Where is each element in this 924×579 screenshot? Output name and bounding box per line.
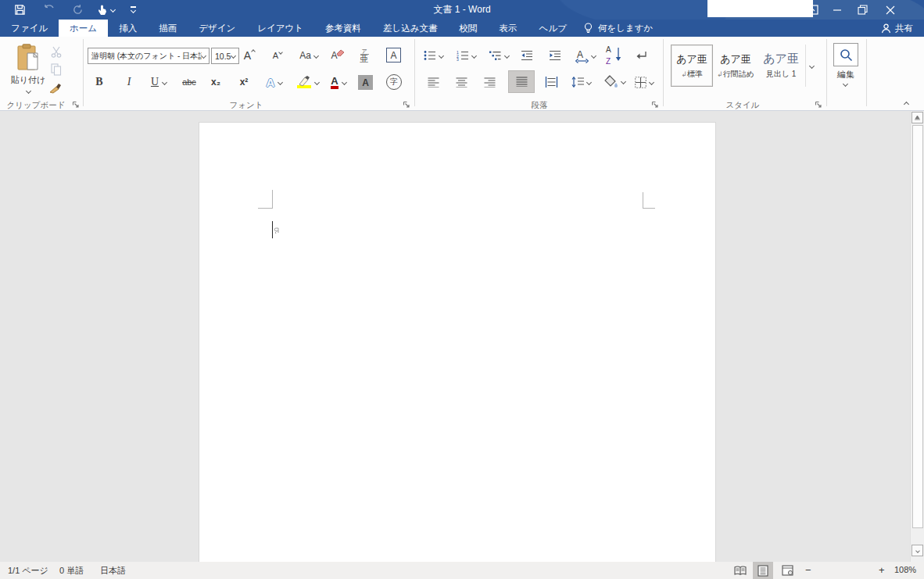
formatting-marks-button[interactable] xyxy=(632,47,650,64)
tab-insert[interactable]: 挿入 xyxy=(108,20,148,37)
multilevel-list-button[interactable] xyxy=(486,47,511,64)
clipboard-dialog-launcher[interactable] xyxy=(72,101,80,109)
tab-review[interactable]: 校閲 xyxy=(449,20,489,37)
document-page[interactable] xyxy=(199,123,715,562)
close-button[interactable] xyxy=(879,0,902,20)
align-left-button[interactable] xyxy=(424,73,442,91)
redo-button[interactable] xyxy=(69,2,86,16)
font-color-button[interactable]: A xyxy=(327,73,350,91)
tell-me-box[interactable]: 何をしますか xyxy=(578,20,659,37)
distribute-icon xyxy=(545,77,558,88)
read-mode-button[interactable] xyxy=(730,562,750,579)
zoom-in-button[interactable]: + xyxy=(879,564,885,576)
bullets-button[interactable] xyxy=(421,47,446,64)
collapse-ribbon-button[interactable] xyxy=(904,102,909,107)
subscript-button[interactable]: x₂ xyxy=(206,73,225,91)
ribbon-display-options-button[interactable] xyxy=(800,0,824,20)
qat-customize-button[interactable] xyxy=(127,2,139,16)
clear-formatting-button[interactable]: A xyxy=(328,47,347,64)
phonetic-guide-button[interactable]: ア 亜 xyxy=(356,45,373,66)
justify-icon xyxy=(516,77,528,87)
shading-button[interactable] xyxy=(600,72,629,91)
enclose-characters-button[interactable]: 字 xyxy=(386,74,402,90)
web-layout-button[interactable] xyxy=(777,562,797,579)
tab-design[interactable]: デザイン xyxy=(188,20,246,37)
strikethrough-icon: abc xyxy=(182,77,196,87)
font-name-combo[interactable]: 游明朝 (本文のフォント - 日本語) xyxy=(88,48,210,64)
character-border-button[interactable]: A xyxy=(386,48,401,63)
grow-font-button[interactable]: A xyxy=(241,47,258,64)
tab-view[interactable]: 表示 xyxy=(489,20,528,37)
cut-button[interactable] xyxy=(48,45,64,59)
paragraph-dialog-launcher[interactable] xyxy=(651,101,659,109)
save-button[interactable] xyxy=(11,2,28,16)
page-count[interactable]: 1/1 ページ xyxy=(8,565,48,577)
tab-home[interactable]: ホーム xyxy=(59,20,108,37)
align-center-button[interactable] xyxy=(452,73,471,91)
pilcrow-mark: ↲ xyxy=(717,70,723,78)
align-right-button[interactable] xyxy=(480,73,499,91)
tab-mailings[interactable]: 差し込み文書 xyxy=(372,20,449,37)
scrollbar-thumb[interactable] xyxy=(912,125,923,528)
underline-button[interactable]: U xyxy=(147,73,170,91)
restore-button[interactable] xyxy=(851,0,874,20)
decrease-indent-icon xyxy=(521,50,533,61)
scrollbar-down-button[interactable] xyxy=(911,545,923,556)
tab-help[interactable]: ヘルプ xyxy=(528,20,578,37)
line-spacing-button[interactable] xyxy=(568,73,594,91)
asian-layout-button[interactable]: A xyxy=(572,47,599,64)
decrease-indent-button[interactable] xyxy=(518,47,536,64)
increase-indent-button[interactable] xyxy=(546,47,564,64)
shrink-font-button[interactable]: A xyxy=(269,47,286,64)
document-area[interactable] xyxy=(0,111,924,562)
distribute-button[interactable] xyxy=(541,73,561,91)
touch-mouse-mode-button[interactable] xyxy=(94,2,117,16)
word-count[interactable]: 0 単語 xyxy=(59,565,84,577)
change-case-button[interactable]: Aa xyxy=(297,47,321,64)
web-layout-icon xyxy=(782,565,793,576)
italic-button[interactable]: I xyxy=(120,73,138,91)
font-size-combo[interactable]: 10.5 xyxy=(211,48,239,64)
pilcrow-mark: ↲ xyxy=(681,70,687,78)
share-button[interactable]: 共有 xyxy=(881,20,913,37)
styles-dialog-launcher[interactable] xyxy=(815,101,822,109)
paste-button[interactable]: 貼り付け xyxy=(9,44,47,100)
paragraph-mark xyxy=(274,227,280,234)
tab-references[interactable]: 参考資料 xyxy=(314,20,372,37)
zoom-out-button[interactable]: − xyxy=(805,564,811,576)
style-heading1[interactable]: あア亜 見出し 1 xyxy=(758,45,804,87)
scrollbar-top-button[interactable] xyxy=(911,112,923,123)
tab-draw[interactable]: 描画 xyxy=(148,20,188,37)
style-no-spacing[interactable]: あア亜 ↲行間詰め xyxy=(714,45,757,87)
zoom-level[interactable]: 108% xyxy=(894,565,916,574)
character-shading-button[interactable]: A xyxy=(358,75,373,90)
minimize-icon xyxy=(833,5,842,15)
highlight-color-button[interactable] xyxy=(294,73,322,91)
chevron-down-icon xyxy=(809,63,815,68)
numbering-button[interactable]: 123 xyxy=(453,47,478,64)
style-preview: あア亜 xyxy=(676,52,707,66)
copy-button[interactable] xyxy=(48,63,64,77)
bold-button[interactable]: B xyxy=(91,73,108,91)
text-effects-button[interactable]: A xyxy=(263,73,286,91)
format-painter-button[interactable] xyxy=(47,80,64,95)
tab-layout[interactable]: レイアウト xyxy=(246,20,314,37)
enclose-characters-icon: 字 xyxy=(390,77,398,88)
language-indicator[interactable]: 日本語 xyxy=(100,565,126,577)
undo-button[interactable] xyxy=(41,2,58,16)
editing-search-button[interactable] xyxy=(833,43,858,66)
editing-group-button[interactable]: 編集 xyxy=(829,69,863,80)
borders-button[interactable] xyxy=(632,73,657,91)
superscript-button[interactable]: x² xyxy=(235,73,253,91)
read-mode-icon xyxy=(734,566,747,576)
justify-button[interactable] xyxy=(508,70,535,93)
font-dialog-launcher[interactable] xyxy=(403,101,410,109)
vertical-scrollbar[interactable] xyxy=(910,111,924,562)
style-normal[interactable]: あア亜 ↲標準 xyxy=(671,45,713,87)
sort-button[interactable]: A Z xyxy=(603,45,624,66)
minimize-button[interactable] xyxy=(826,0,849,20)
print-layout-button[interactable] xyxy=(753,562,773,579)
tab-file[interactable]: ファイル xyxy=(0,20,59,37)
styles-more-button[interactable] xyxy=(805,45,818,87)
strikethrough-button[interactable]: abc xyxy=(178,73,200,91)
